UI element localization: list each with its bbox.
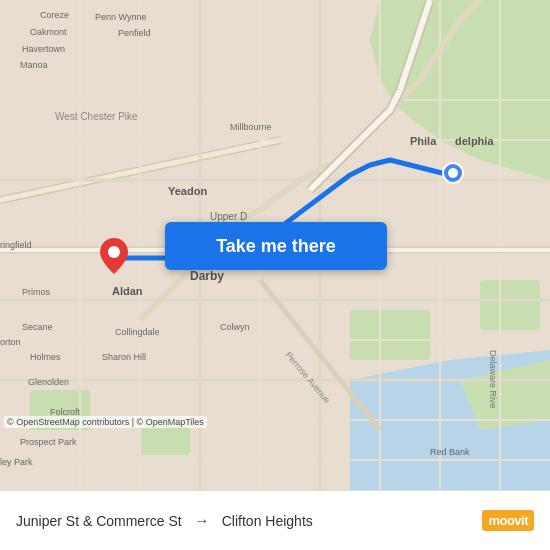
svg-text:Delaware Rive: Delaware Rive: [488, 350, 498, 409]
svg-text:Primos: Primos: [22, 287, 51, 297]
moovit-logo: moovit: [482, 510, 534, 531]
svg-point-64: [108, 246, 120, 258]
svg-text:Penfield: Penfield: [118, 28, 151, 38]
moovit-logo-text: moovit: [482, 510, 534, 531]
svg-text:Red Bank: Red Bank: [430, 447, 470, 457]
svg-text:Phila: Phila: [410, 135, 437, 147]
svg-text:ley Park: ley Park: [0, 457, 33, 467]
svg-text:Glenolden: Glenolden: [28, 377, 69, 387]
svg-text:Havertown: Havertown: [22, 44, 65, 54]
svg-text:ringfield: ringfield: [0, 240, 32, 250]
svg-text:Coreze: Coreze: [40, 10, 69, 20]
svg-text:Oakmont: Oakmont: [30, 27, 67, 37]
bottom-bar: Juniper St & Commerce St → Clifton Heigh…: [0, 490, 550, 550]
svg-text:orton: orton: [0, 337, 21, 347]
svg-text:Millbourne: Millbourne: [230, 122, 272, 132]
svg-point-63: [448, 168, 458, 178]
map-container: Coreze Oakmont Havertown Manoa Penn Wynn…: [0, 0, 550, 490]
svg-text:delphia: delphia: [455, 135, 494, 147]
svg-rect-8: [350, 310, 430, 360]
svg-text:Upper D: Upper D: [210, 211, 247, 222]
take-me-there-button[interactable]: Take me there: [165, 222, 387, 270]
svg-text:Colwyn: Colwyn: [220, 322, 250, 332]
svg-rect-9: [480, 280, 540, 330]
origin-label: Juniper St & Commerce St: [16, 513, 182, 529]
svg-text:Collingdale: Collingdale: [115, 327, 160, 337]
svg-text:Manoa: Manoa: [20, 60, 48, 70]
svg-text:Sharon Hill: Sharon Hill: [102, 352, 146, 362]
map-attribution: © OpenStreetMap contributors | © OpenMap…: [4, 416, 207, 428]
svg-text:Holmes: Holmes: [30, 352, 61, 362]
svg-text:Penn Wynne: Penn Wynne: [95, 12, 146, 22]
arrow-icon: →: [194, 512, 210, 530]
svg-text:Prospect Park: Prospect Park: [20, 437, 77, 447]
svg-text:Aldan: Aldan: [112, 285, 143, 297]
destination-label: Clifton Heights: [222, 513, 313, 529]
svg-text:Darby: Darby: [190, 269, 224, 283]
destination-pin: [100, 238, 128, 266]
svg-text:Secane: Secane: [22, 322, 53, 332]
svg-text:West Chester Pike: West Chester Pike: [55, 111, 138, 122]
svg-text:Yeadon: Yeadon: [168, 185, 207, 197]
